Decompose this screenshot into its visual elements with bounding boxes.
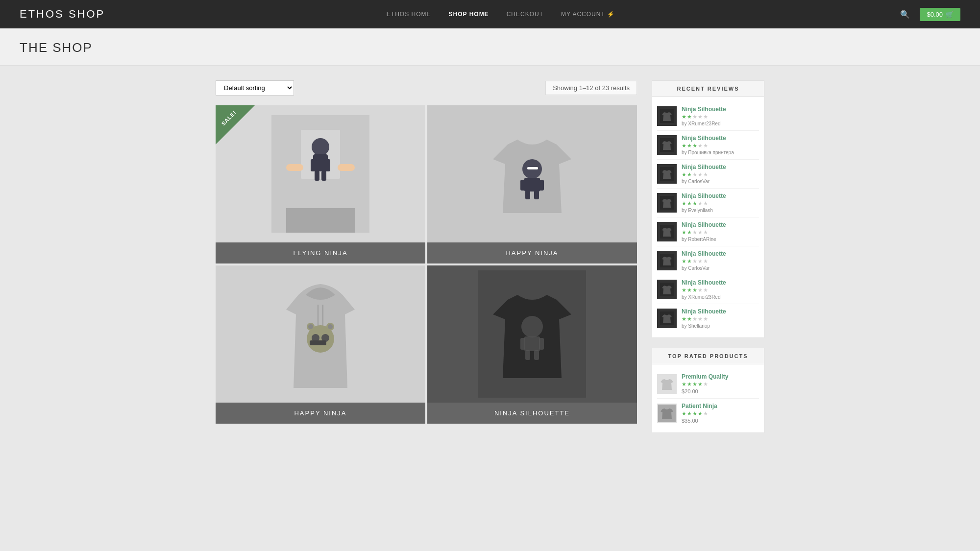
filled-star-icon: ★ [687,114,692,120]
search-button[interactable]: 🔍 [896,8,914,21]
review-product-name: Ninja Silhouette [682,221,759,228]
top-rated-stars: ★★★★★ [682,410,759,417]
svg-rect-14 [520,180,525,191]
review-stars: ★★★★★ [682,200,759,207]
empty-star-icon: ★ [698,143,703,149]
empty-star-icon: ★ [692,258,697,264]
product-card-flying-ninja[interactable]: SALE! [216,105,425,264]
site-logo: ETHOS SHOP [20,8,105,21]
review-by: by Прошивка принтера [682,150,759,155]
review-item[interactable]: Ninja Silhouette★★★★★by Прошивка принтер… [657,131,759,160]
top-rated-price: $20.00 [682,388,759,394]
top-rated-widget: TOP RATED PRODUCTS Premium Quality★★★★★$… [652,348,764,433]
top-rated-item[interactable]: Patient Ninja★★★★★$35.00 [657,399,759,428]
review-stars: ★★★★★ [682,143,759,149]
filled-star-icon: ★ [687,410,692,417]
review-item[interactable]: Ninja Silhouette★★★★★by Evelynliash [657,189,759,217]
review-by: by RobertARine [682,237,759,242]
empty-star-icon: ★ [698,287,703,293]
empty-star-icon: ★ [703,410,708,417]
review-by: by CarlosVar [682,179,759,184]
filled-star-icon: ★ [682,143,686,149]
review-by: by CarlosVar [682,265,759,271]
products-area: Default sorting Showing 1–12 of 23 resul… [216,80,637,443]
cart-button[interactable]: $0.00 🛒 [920,8,960,21]
product-card-ninja-silhouette[interactable]: NINJA SILHOUETTE [427,265,637,424]
header: ETHOS SHOP ETHOS HOME SHOP HOME CHECKOUT… [0,0,980,28]
review-product-name: Ninja Silhouette [682,250,759,257]
empty-star-icon: ★ [703,316,708,322]
review-by: by Evelynliash [682,208,759,213]
product-card-happy-ninja-hoodie[interactable]: HAPPY NINJA [216,265,425,424]
sort-select[interactable]: Default sorting [216,80,294,96]
sale-badge: SALE! [216,105,255,144]
review-item[interactable]: Ninja Silhouette★★★★★by RobertARine [657,217,759,246]
top-rated-info: Patient Ninja★★★★★$35.00 [682,403,759,424]
empty-star-icon: ★ [703,229,708,236]
empty-star-icon: ★ [692,114,697,120]
top-rated-info: Premium Quality★★★★★$20.00 [682,373,759,394]
product-image-happy-ninja-hoodie [216,265,425,403]
empty-star-icon: ★ [703,287,708,293]
review-by: by XRumer23Red [682,121,759,126]
top-rated-name: Premium Quality [682,373,759,380]
empty-star-icon: ★ [703,200,708,207]
review-info: Ninja Silhouette★★★★★by Прошивка принтер… [682,135,759,155]
svg-rect-13 [524,178,540,192]
happy-ninja-hoodie-image [267,270,374,398]
svg-rect-17 [534,191,539,199]
top-rated-price: $35.00 [682,418,759,424]
empty-star-icon: ★ [698,114,703,120]
nav-shop-home[interactable]: SHOP HOME [440,0,498,28]
nav-checkout[interactable]: CHECKOUT [498,0,552,28]
main-layout: Default sorting Showing 1–12 of 23 resul… [196,66,784,457]
review-product-name: Ninja Silhouette [682,135,759,142]
review-stars: ★★★★★ [682,229,759,236]
top-rated-item[interactable]: Premium Quality★★★★★$20.00 [657,369,759,399]
review-thumb [657,309,677,328]
review-item[interactable]: Ninja Silhouette★★★★★by CarlosVar [657,246,759,275]
happy-ninja-shirt-image [478,115,586,233]
recent-reviews-body: Ninja Silhouette★★★★★by XRumer23RedNinja… [652,97,764,338]
filled-star-icon: ★ [687,200,692,207]
product-card-happy-ninja-shirt[interactable]: HAPPY NINJA [427,105,637,264]
review-thumb [657,222,677,241]
review-product-name: Ninja Silhouette [682,106,759,113]
review-item[interactable]: Ninja Silhouette★★★★★by XRumer23Red [657,102,759,131]
filled-star-icon: ★ [687,287,692,293]
svg-rect-35 [525,350,530,360]
page-title-bar: THE SHOP [0,28,980,66]
svg-rect-8 [286,164,303,171]
review-by: by Shellanop [682,323,759,329]
nav-ethos-home[interactable]: ETHOS HOME [378,0,440,28]
svg-rect-32 [524,336,540,351]
empty-star-icon: ★ [698,229,703,236]
product-image-flying-ninja: SALE! [216,105,425,242]
product-label-happy-ninja-hoodie: HAPPY NINJA [216,403,425,424]
filled-star-icon: ★ [687,381,692,387]
review-item[interactable]: Ninja Silhouette★★★★★by CarlosVar [657,160,759,189]
filled-star-icon: ★ [687,229,692,236]
top-rated-name: Patient Ninja [682,403,759,409]
empty-star-icon: ★ [703,143,708,149]
filled-star-icon: ★ [682,316,686,322]
search-icon: 🔍 [900,10,910,19]
svg-point-31 [521,316,543,337]
product-image-happy-ninja-shirt [427,105,637,242]
filled-star-icon: ★ [692,381,697,387]
nav-my-account[interactable]: MY ACCOUNT ⚡ [552,0,624,28]
review-item[interactable]: Ninja Silhouette★★★★★by Shellanop [657,304,759,333]
empty-star-icon: ★ [703,171,708,178]
filled-star-icon: ★ [682,258,686,264]
filled-star-icon: ★ [682,381,686,387]
empty-star-icon: ★ [698,200,703,207]
review-thumb [657,251,677,270]
product-grid: SALE! [216,105,637,424]
svg-rect-33 [520,338,525,350]
filled-star-icon: ★ [682,171,686,178]
review-item[interactable]: Ninja Silhouette★★★★★by XRumer23Red [657,275,759,304]
svg-point-29 [328,324,333,329]
ninja-silhouette-image [478,270,586,398]
filled-star-icon: ★ [698,410,703,417]
svg-rect-34 [539,338,544,350]
